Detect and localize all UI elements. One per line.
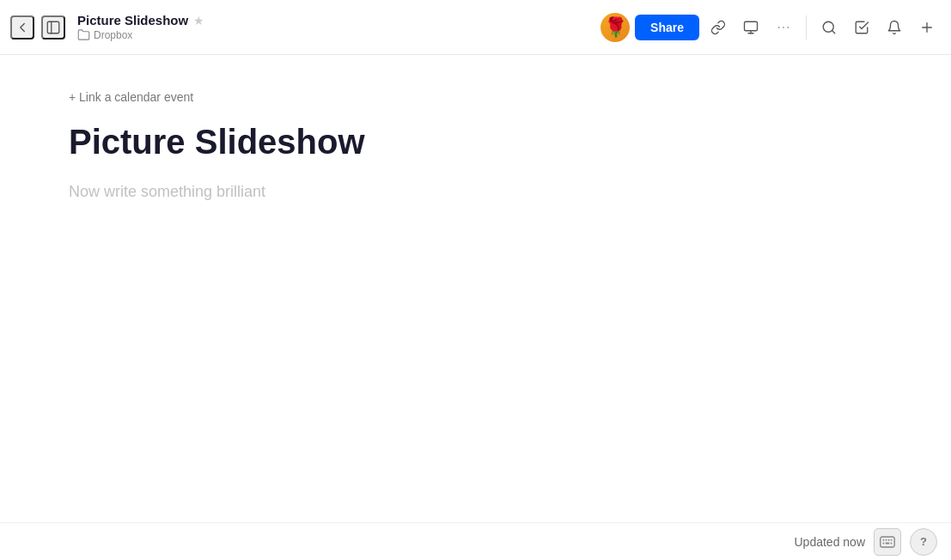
doc-title-row: Picture Slideshow ★: [77, 13, 204, 27]
ellipsis-icon: [776, 20, 791, 35]
sidebar-icon: [46, 20, 61, 35]
doc-placeholder[interactable]: Now write something brilliant: [69, 183, 882, 201]
chevron-left-icon: [15, 20, 30, 35]
new-button[interactable]: [913, 14, 941, 41]
present-button[interactable]: [737, 14, 765, 41]
keyboard-icon: [880, 536, 895, 548]
share-button[interactable]: Share: [635, 15, 699, 40]
keyboard-shortcuts-button[interactable]: [874, 528, 901, 556]
topbar-right: 🌹 Share: [600, 13, 941, 42]
doc-title: Picture Slideshow: [77, 13, 188, 27]
search-icon: [821, 20, 837, 35]
checklist-button[interactable]: [848, 14, 875, 41]
bottombar: Updated now ?: [0, 522, 951, 560]
breadcrumb: Dropbox: [77, 28, 204, 41]
help-icon: ?: [920, 535, 927, 548]
sidebar-toggle-button[interactable]: [41, 15, 65, 40]
svg-point-7: [788, 27, 789, 28]
notifications-button[interactable]: [881, 14, 908, 41]
plus-icon: [919, 20, 935, 35]
present-icon: [743, 20, 759, 35]
topbar-left: Picture Slideshow ★ Dropbox: [10, 13, 600, 41]
svg-point-6: [783, 27, 784, 28]
nav-back-button[interactable]: [10, 15, 34, 40]
link-calendar-button[interactable]: + Link a calendar event: [69, 90, 193, 104]
star-icon[interactable]: ★: [193, 14, 204, 27]
main-content: + Link a calendar event Picture Slidesho…: [0, 55, 951, 522]
doc-heading[interactable]: Picture Slideshow: [69, 121, 882, 162]
search-button[interactable]: [815, 14, 843, 41]
link-icon: [710, 20, 726, 35]
svg-rect-2: [745, 21, 758, 31]
checklist-icon: [854, 20, 869, 35]
breadcrumb-text: Dropbox: [94, 29, 132, 41]
updated-status: Updated now: [794, 535, 865, 549]
link-button[interactable]: [704, 14, 732, 41]
folder-icon: [77, 28, 90, 41]
svg-rect-0: [47, 21, 59, 33]
doc-title-area: Picture Slideshow ★ Dropbox: [77, 13, 204, 41]
topbar-divider: [806, 15, 807, 40]
svg-rect-12: [881, 537, 895, 547]
help-button[interactable]: ?: [910, 528, 937, 556]
svg-point-5: [778, 27, 780, 28]
avatar-button[interactable]: 🌹: [600, 13, 630, 42]
topbar: Picture Slideshow ★ Dropbox 🌹 Share: [0, 0, 951, 55]
bell-icon: [887, 20, 902, 35]
more-button[interactable]: [770, 14, 797, 41]
svg-line-9: [832, 30, 834, 33]
